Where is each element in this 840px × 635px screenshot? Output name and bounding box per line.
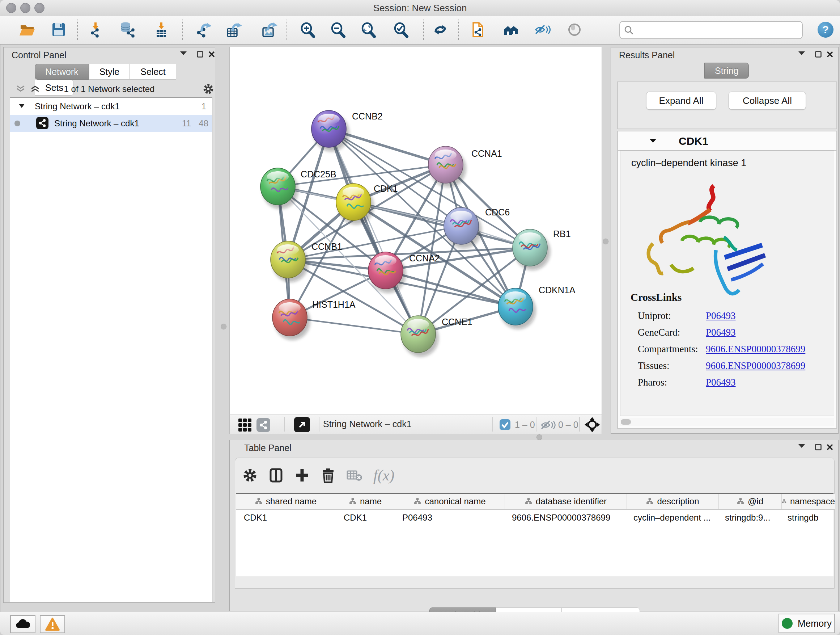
column-label: @id [748, 496, 763, 507]
cell[interactable]: stringdb:9... [717, 510, 780, 526]
zoom-selected-button[interactable] [392, 20, 410, 39]
gear-icon[interactable] [202, 83, 214, 95]
column-header-description[interactable]: description [627, 494, 719, 509]
open-session-button[interactable] [18, 20, 36, 39]
collapse-entry-icon[interactable] [650, 139, 656, 143]
cell[interactable]: cyclin–dependent ... [625, 510, 717, 526]
control-panel: Control Panel NetworkStyleSelectSets 1 o… [3, 47, 215, 603]
network-type-icon[interactable] [256, 418, 270, 432]
zoom-in-icon [299, 21, 316, 38]
column-header-namespace[interactable]: namespace [782, 494, 835, 509]
collection-count: 1 [202, 98, 206, 115]
float-panel-icon[interactable] [815, 444, 821, 450]
splitter-handle[interactable] [537, 434, 542, 440]
tab-select[interactable]: Select [130, 64, 176, 80]
import-network-database-button[interactable] [118, 20, 137, 39]
float-panel-icon[interactable] [197, 51, 203, 57]
column-header-shared-name[interactable]: shared name [236, 494, 336, 509]
network-node-CCNA1[interactable]: CCNA1 [428, 146, 502, 187]
network-node-CDC6[interactable]: CDC6 [444, 207, 510, 249]
close-panel-icon[interactable] [208, 51, 215, 57]
cell[interactable]: 9606.ENSP00000378699 [504, 510, 625, 526]
folder-icon [19, 21, 35, 38]
cell[interactable]: P06493 [394, 510, 504, 526]
birds-eye-grid-icon[interactable] [238, 418, 252, 432]
column-header-canonical-name[interactable]: canonical name [395, 494, 505, 509]
show-eye-button[interactable] [565, 20, 584, 39]
network-canvas[interactable]: CCNB2CCNA1CDC25BCDK1CDC6RB1CCNB1CCNA2CDK… [229, 47, 602, 415]
cloud-status-button[interactable] [10, 615, 35, 633]
tab-network[interactable]: Network [35, 64, 89, 80]
close-panel-icon[interactable] [827, 51, 833, 57]
collapse-panel-icon[interactable] [798, 444, 805, 448]
splitter-handle[interactable] [603, 239, 608, 244]
export-table-button[interactable] [224, 20, 243, 39]
show-columns-icon[interactable] [268, 468, 284, 483]
warning-status-button[interactable] [40, 615, 65, 633]
splitter-handle[interactable] [221, 324, 226, 329]
crosslink-value-link[interactable]: P06493 [706, 377, 736, 388]
toolbar-separator [423, 19, 424, 40]
network-from-clipboard-button[interactable] [469, 20, 488, 39]
network-row-selected[interactable]: String Network – cdk1 11 48 [10, 115, 212, 132]
save-session-button[interactable] [49, 20, 68, 39]
network-node-CCNB2[interactable]: CCNB2 [311, 111, 383, 151]
export-image-button[interactable] [260, 20, 279, 39]
toolbar-separator [77, 19, 78, 40]
collapse-panel-icon[interactable] [798, 51, 805, 55]
crosslink-value-link[interactable]: 9606.ENSP00000378699 [706, 360, 805, 371]
zoom-in-button[interactable] [298, 20, 317, 39]
apply-layout-button[interactable] [431, 20, 450, 39]
column-tree-icon [255, 498, 262, 505]
column-header-database-identifier[interactable]: database identifier [505, 494, 627, 509]
node-label-CCNB2: CCNB2 [352, 111, 383, 121]
network-node-CCNE1[interactable]: CCNE1 [401, 316, 472, 356]
selected-checkbox[interactable] [500, 419, 510, 430]
import-table-file-button[interactable] [152, 20, 171, 39]
cell[interactable]: CDK1 [336, 510, 394, 526]
tab-style[interactable]: Style [89, 64, 130, 80]
string-home-button[interactable] [501, 20, 520, 39]
main-toolbar: ? [0, 16, 840, 44]
scrollbar-thumb[interactable] [621, 419, 631, 424]
hidden-eye-icon [540, 419, 556, 431]
protein-header[interactable]: CDK1 [618, 131, 836, 150]
hide-results-button[interactable] [533, 20, 552, 39]
collapse-panel-icon[interactable] [180, 51, 187, 55]
open-in-window-icon[interactable] [294, 417, 310, 432]
cell[interactable]: CDK1 [236, 510, 336, 526]
zoom-fit-button[interactable] [359, 20, 378, 39]
results-tab-string[interactable]: String [704, 63, 749, 79]
memory-button[interactable]: Memory [778, 614, 835, 633]
network-node-HIST1H1A[interactable]: HIST1H1A [272, 299, 355, 340]
string-network-graph[interactable]: CCNB2CCNA1CDC25BCDK1CDC6RB1CCNB1CCNA2CDK… [230, 47, 602, 415]
expander-icon[interactable] [19, 104, 25, 108]
help-button[interactable]: ? [818, 22, 834, 38]
import-network-file-button[interactable] [87, 20, 106, 39]
float-panel-icon[interactable] [815, 51, 821, 57]
column-header-@id[interactable]: @id [719, 494, 782, 509]
add-column-icon[interactable] [294, 468, 309, 483]
crosslink-value-link[interactable]: P06493 [706, 310, 736, 321]
network-node-CDK1[interactable]: CDK1 [336, 184, 398, 225]
selection-status: 1 of 1 Network selected [9, 84, 209, 94]
results-hscrollbar[interactable] [620, 418, 834, 426]
network-collection-row[interactable]: String Network – cdk1 1 [10, 98, 212, 115]
zoom-out-button[interactable] [328, 20, 347, 39]
export-network-button[interactable] [194, 20, 213, 39]
table-row[interactable]: CDK1CDK1P064939606.ENSP00000378699cyclin… [236, 510, 833, 526]
crosslink-value-link[interactable]: 9606.ENSP00000378699 [706, 344, 805, 355]
cell[interactable]: stringdb [780, 510, 833, 526]
network-node-RB1[interactable]: RB1 [513, 229, 571, 270]
table-settings-gear-icon[interactable] [242, 468, 257, 483]
network-node-CCNB1[interactable]: CCNB1 [271, 241, 342, 282]
expand-all-button[interactable]: Expand All [646, 92, 716, 110]
delete-trash-icon[interactable] [321, 468, 336, 483]
collapse-all-button[interactable]: Collapse All [729, 92, 806, 110]
column-header-name[interactable]: name [336, 494, 395, 509]
close-panel-icon[interactable] [827, 444, 833, 450]
search-input[interactable] [636, 22, 797, 37]
fit-selected-crosshair-icon[interactable] [584, 417, 600, 432]
network-node-CDKN1A[interactable]: CDKN1A [498, 285, 576, 329]
crosslink-value-link[interactable]: P06493 [706, 327, 736, 338]
